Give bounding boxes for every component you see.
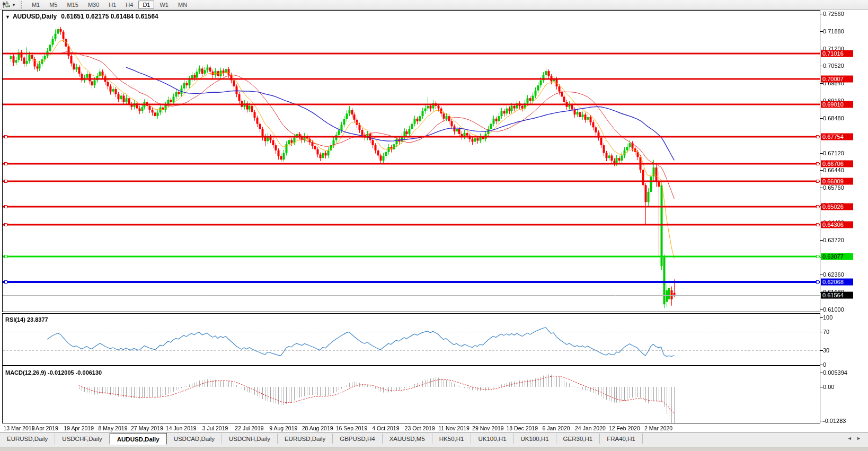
timeframe-button-m15[interactable]: M15	[63, 1, 82, 9]
price-chart-canvas[interactable]	[0, 0, 868, 451]
price-tick-label: 0.72560	[823, 11, 844, 17]
level-price-tag: 0.64306	[821, 222, 853, 228]
mt4-window: ▼ M1M5M15M30H1H4D1W1MN ▼AUDUSD,Daily0.61…	[0, 0, 868, 451]
date-tick-label: 6 Jan 2020	[543, 425, 570, 431]
rsi-tick-label: 100	[823, 314, 832, 321]
chart-tab-xauusd-m5[interactable]: XAUUSD,M5	[383, 434, 432, 444]
chart-tab-audusd-daily[interactable]: AUDUSD,Daily	[110, 433, 167, 445]
price-tick-label: 0.61000	[823, 306, 844, 313]
price-tick-label: 0.71880	[823, 28, 844, 34]
rsi-tick-label: 70	[823, 329, 829, 335]
date-tick-label: 4 Oct 2019	[372, 425, 399, 431]
price-tick-label: 0.68480	[823, 115, 844, 121]
date-tick-label: 9 Aug 2019	[269, 425, 297, 431]
status-strip	[0, 447, 868, 451]
price-tick-label: 0.66440	[823, 167, 844, 173]
date-tick-label: 11 Nov 2019	[438, 425, 470, 431]
rsi-tick-label: 30	[823, 347, 829, 353]
date-tick-label: 14 Jun 2019	[166, 425, 197, 431]
price-tick-label: 0.70520	[823, 63, 844, 69]
timeframe-button-d1[interactable]: D1	[138, 1, 154, 9]
level-price-tag: 0.67754	[821, 133, 853, 140]
date-tick-label: 19 Apr 2019	[64, 425, 94, 431]
level-price-tag: 0.65026	[821, 203, 853, 210]
chart-tab-usdcnh-daily[interactable]: USDCNH,Daily	[222, 434, 278, 444]
level-price-tag: 0.62068	[821, 279, 853, 286]
date-tick-label: 13 Mar 2019	[4, 425, 35, 431]
chevron-down-icon[interactable]: ▼	[12, 3, 16, 7]
date-tick-label: 16 Sep 2019	[336, 425, 368, 431]
ohlc-quote-text: 0.61651 0.62175 0.61484 0.61564	[61, 13, 158, 20]
level-price-tag: 0.66706	[821, 160, 853, 167]
level-price-tag: 0.69010	[821, 101, 853, 108]
timeframe-button-w1[interactable]: W1	[155, 1, 173, 9]
chart-tab-hk50-h1[interactable]: HK50,H1	[432, 434, 472, 444]
toolbar-separator	[21, 1, 24, 8]
chart-tab-bar: EURUSD,DailyUSDCHF,DailyAUDUSD,DailyUSDC…	[0, 432, 868, 447]
chart-tab-uk100-h1[interactable]: UK100,H1	[514, 434, 556, 444]
price-tick-label: 0.65760	[823, 184, 844, 191]
date-tick-label: 3 Jul 2019	[202, 425, 228, 431]
date-tick-label: 18 Dec 2019	[506, 425, 538, 431]
candlestick-chart-icon[interactable]	[2, 1, 10, 8]
chart-tab-uk100-h1[interactable]: UK100,H1	[471, 434, 513, 444]
timeframe-button-h4[interactable]: H4	[121, 1, 137, 9]
date-tick-label: 28 Aug 2019	[302, 425, 333, 431]
current-price-tag: 0.61564	[821, 291, 853, 298]
timeframe-button-mn[interactable]: MN	[174, 1, 191, 9]
timeframe-button-m1[interactable]: M1	[28, 1, 44, 9]
date-tick-label: 2 Mar 2020	[644, 425, 672, 431]
chart-tab-ger30-h1[interactable]: GER30,H1	[556, 434, 600, 444]
chart-tab-eurusd-daily[interactable]: EURUSD,Daily	[278, 434, 333, 444]
date-tick-label: 27 May 2019	[131, 425, 163, 431]
chart-tab-usdcad-daily[interactable]: USDCAD,Daily	[167, 434, 222, 444]
price-tick-label: 0.63720	[823, 237, 844, 243]
date-tick-label: 29 Nov 2019	[472, 425, 504, 431]
symbol-title: AUDUSD,Daily	[13, 13, 57, 20]
date-tick-label: 24 Jan 2020	[575, 425, 606, 431]
date-tick-label: 1 Apr 2019	[31, 425, 58, 431]
collapse-triangle-icon[interactable]: ▼	[5, 14, 10, 20]
chart-tab-usdchf-daily[interactable]: USDCHF,Daily	[55, 434, 109, 444]
date-tick-label: 23 Oct 2019	[405, 425, 435, 431]
price-tick-label: 0.67120	[823, 150, 844, 156]
timeframe-button-h1[interactable]: H1	[104, 1, 120, 9]
level-price-tag: 0.63077	[821, 253, 853, 260]
chart-tab-gbpusd-h4[interactable]: GBPUSD,H4	[333, 434, 382, 444]
chart-tab-eurusd-daily[interactable]: EURUSD,Daily	[0, 434, 55, 444]
top-toolbar: ▼ M1M5M15M30H1H4D1W1MN	[0, 0, 868, 10]
timeframe-button-m30[interactable]: M30	[84, 1, 103, 9]
tab-scroll-arrows-icon[interactable]: ◄ ►	[842, 433, 868, 444]
timeframe-button-m5[interactable]: M5	[45, 1, 61, 9]
macd-tick-label: -0.01283	[823, 418, 846, 424]
chart-type-group[interactable]: ▼	[0, 0, 18, 10]
level-price-tag: 0.70007	[821, 76, 853, 83]
level-price-tag: 0.66009	[821, 178, 853, 185]
date-tick-label: 12 Feb 2020	[609, 425, 640, 431]
macd-indicator-label: MACD(12,26,9) -0.012005 -0.006130	[5, 369, 102, 376]
date-tick-label: 22 Jul 2019	[235, 425, 263, 431]
chart-title: ▼AUDUSD,Daily0.61651 0.62175 0.61484 0.6…	[5, 13, 158, 20]
macd-tick-label: 0.005394	[823, 369, 847, 376]
rsi-tick-label: 0	[823, 361, 826, 368]
macd-tick-label: 0.00	[823, 384, 834, 390]
date-tick-label: 8 May 2019	[99, 425, 128, 431]
price-tick-label: 0.62360	[823, 271, 844, 278]
rsi-indicator-label: RSI(14) 23.8377	[5, 316, 48, 323]
level-price-tag: 0.71016	[821, 50, 853, 57]
timeframe-toolbar: M1M5M15M30H1H4D1W1MN	[27, 1, 192, 9]
chart-tab-fra40-h1[interactable]: FRA40,H1	[600, 434, 643, 444]
